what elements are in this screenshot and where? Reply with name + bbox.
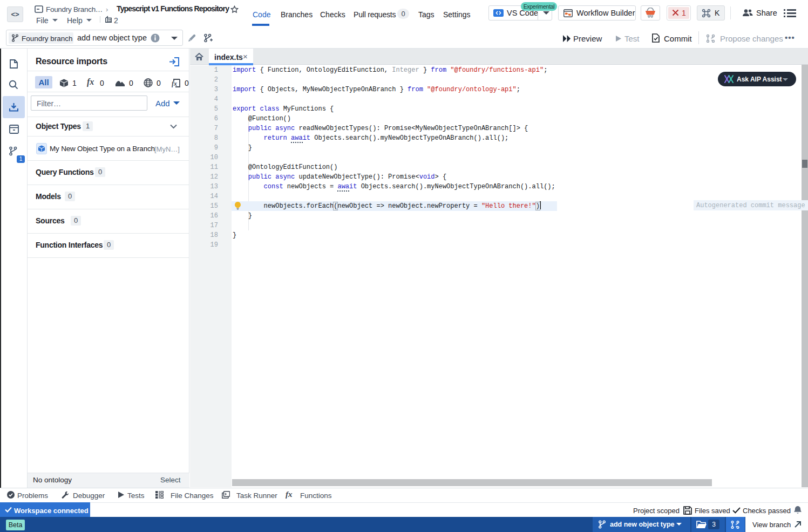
svg-text:fx: fx: [172, 80, 177, 87]
